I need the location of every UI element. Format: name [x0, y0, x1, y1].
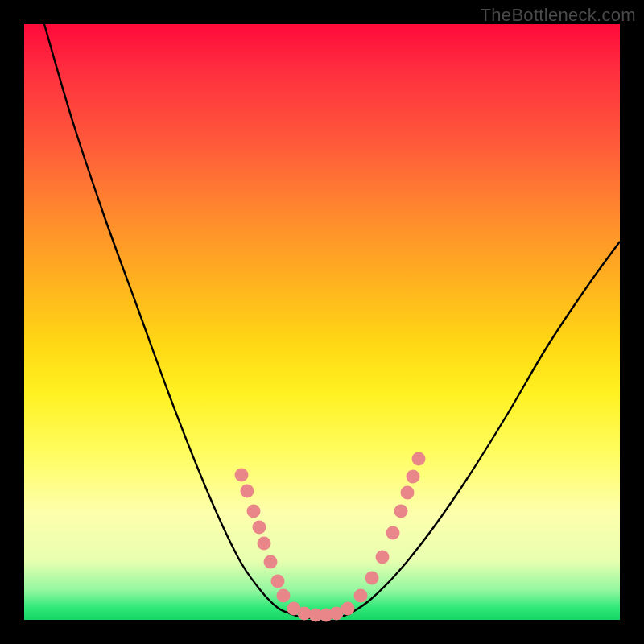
- trough-marker: [394, 505, 408, 518]
- trough-marker: [365, 572, 379, 585]
- bottleneck-curve: [44, 24, 620, 618]
- trough-marker: [354, 589, 368, 603]
- chart-stage: TheBottleneck.com: [0, 0, 644, 644]
- trough-marker: [247, 505, 261, 518]
- curve-path-group: [44, 24, 620, 618]
- trough-marker: [264, 555, 278, 569]
- trough-marker: [277, 589, 291, 603]
- trough-marker: [253, 521, 266, 535]
- trough-marker: [376, 551, 390, 564]
- trough-marker: [341, 602, 355, 616]
- trough-markers: [235, 452, 426, 622]
- plot-area: [24, 24, 620, 620]
- trough-marker: [401, 486, 415, 500]
- trough-marker: [271, 575, 285, 588]
- trough-marker: [258, 537, 271, 551]
- trough-marker: [241, 485, 254, 498]
- trough-marker: [412, 452, 426, 466]
- trough-marker: [235, 469, 249, 482]
- curve-layer: [24, 24, 620, 620]
- watermark-text: TheBottleneck.com: [481, 5, 636, 26]
- trough-marker: [386, 526, 400, 540]
- trough-marker: [407, 470, 420, 484]
